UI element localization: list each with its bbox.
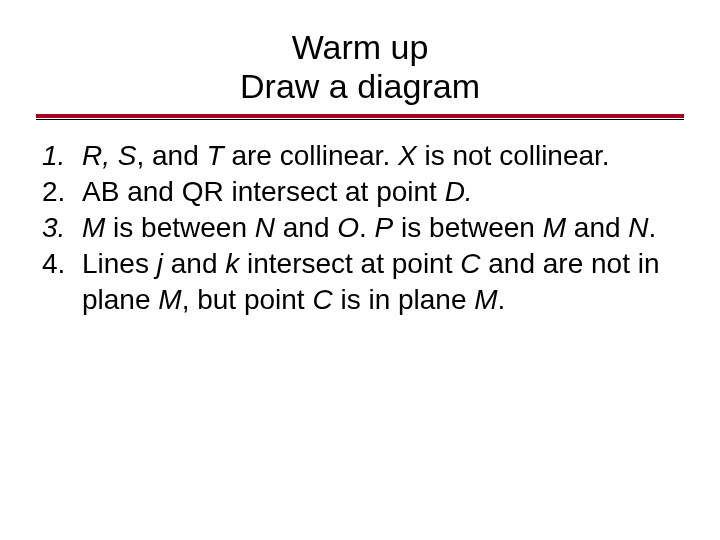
title-underline [36,114,684,120]
text-segment: is between [105,212,254,243]
text-segment: C [460,248,480,279]
list-item-number: 4. [42,246,82,318]
text-segment: R, S [82,140,136,171]
text-segment: and [163,248,225,279]
text-segment: N [255,212,275,243]
text-segment: is not collinear. [417,140,610,171]
text-segment: C [312,284,332,315]
title-line-1: Warm up [36,28,684,67]
text-segment: N [628,212,648,243]
list-item-body: R, S, and T are collinear. X is not coll… [82,138,684,174]
text-segment: T [207,140,224,171]
title-line-2: Draw a diagram [36,67,684,106]
numbered-list: 1.R, S, and T are collinear. X is not co… [36,138,684,317]
text-segment: P [375,212,394,243]
list-item-body: Lines j and k intersect at point C and a… [82,246,684,318]
text-segment: , and [136,140,206,171]
text-segment: . [498,284,506,315]
list-item: 2.AB and QR intersect at point D. [42,174,684,210]
list-item: 4.Lines j and k intersect at point C and… [42,246,684,318]
list-item: 1.R, S, and T are collinear. X is not co… [42,138,684,174]
text-segment: are collinear. [224,140,398,171]
list-item-number: 1. [42,138,82,174]
list-item-number: 3. [42,210,82,246]
text-segment: M [543,212,566,243]
text-segment: . [359,212,375,243]
text-segment: Lines [82,248,157,279]
list-item: 3.M is between N and O. P is between M a… [42,210,684,246]
text-segment: and [566,212,628,243]
text-segment: . [649,212,657,243]
text-segment: M [474,284,497,315]
text-segment: and [275,212,337,243]
list-item-body: AB and QR intersect at point D. [82,174,684,210]
list-item-number: 2. [42,174,82,210]
text-segment: M [82,212,105,243]
text-segment: M [158,284,181,315]
text-segment: AB and QR intersect at point [82,176,445,207]
text-segment: is in plane [333,284,475,315]
text-segment: k [225,248,239,279]
slide-title: Warm up Draw a diagram [36,28,684,106]
list-item-body: M is between N and O. P is between M and… [82,210,684,246]
text-segment: , but point [182,284,313,315]
text-segment: intersect at point [239,248,460,279]
text-segment: O [337,212,359,243]
text-segment: D. [445,176,473,207]
text-segment: is between [393,212,542,243]
text-segment: X [398,140,417,171]
